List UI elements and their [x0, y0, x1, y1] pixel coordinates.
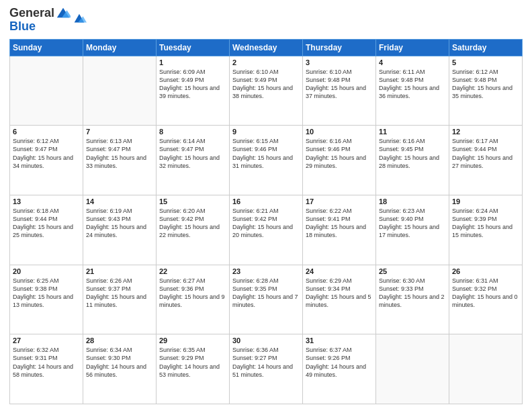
- day-number: 28: [86, 336, 153, 345]
- weekday-header-thursday: Thursday: [303, 39, 376, 56]
- day-number: 4: [379, 58, 446, 66]
- day-info: Sunrise: 6:20 AM Sunset: 9:42 PM Dayligh…: [159, 207, 226, 240]
- day-number: 2: [232, 58, 300, 66]
- week-row-3: 13Sunrise: 6:18 AM Sunset: 9:44 PM Dayli…: [10, 195, 523, 265]
- calendar-cell: 8Sunrise: 6:14 AM Sunset: 9:47 PM Daylig…: [157, 126, 230, 195]
- day-number: 27: [13, 336, 80, 345]
- day-info: Sunrise: 6:14 AM Sunset: 9:47 PM Dayligh…: [159, 137, 226, 170]
- calendar-table: SundayMondayTuesdayWednesdayThursdayFrid…: [9, 39, 523, 404]
- day-info: Sunrise: 6:15 AM Sunset: 9:46 PM Dayligh…: [232, 137, 300, 170]
- day-info: Sunrise: 6:17 AM Sunset: 9:44 PM Dayligh…: [452, 137, 519, 170]
- day-info: Sunrise: 6:16 AM Sunset: 9:45 PM Dayligh…: [379, 137, 446, 170]
- day-info: Sunrise: 6:32 AM Sunset: 9:31 PM Dayligh…: [13, 346, 80, 379]
- day-info: Sunrise: 6:10 AM Sunset: 9:48 PM Dayligh…: [306, 68, 373, 101]
- weekday-header-sunday: Sunday: [10, 39, 83, 56]
- day-info: Sunrise: 6:10 AM Sunset: 9:49 PM Dayligh…: [232, 68, 300, 101]
- calendar-cell: 13Sunrise: 6:18 AM Sunset: 9:44 PM Dayli…: [10, 195, 83, 265]
- day-number: 5: [452, 58, 519, 66]
- day-number: 14: [86, 197, 153, 205]
- calendar-cell: 23Sunrise: 6:28 AM Sunset: 9:35 PM Dayli…: [230, 265, 303, 334]
- calendar-cell: 10Sunrise: 6:16 AM Sunset: 9:46 PM Dayli…: [303, 126, 376, 195]
- calendar-cell: 18Sunrise: 6:23 AM Sunset: 9:40 PM Dayli…: [376, 195, 449, 265]
- day-info: Sunrise: 6:13 AM Sunset: 9:47 PM Dayligh…: [86, 137, 153, 170]
- weekday-header-monday: Monday: [83, 39, 157, 56]
- day-number: 17: [306, 197, 373, 205]
- calendar-cell: 12Sunrise: 6:17 AM Sunset: 9:44 PM Dayli…: [449, 126, 523, 195]
- day-info: Sunrise: 6:22 AM Sunset: 9:41 PM Dayligh…: [306, 207, 373, 240]
- calendar-cell: 1Sunrise: 6:09 AM Sunset: 9:49 PM Daylig…: [157, 56, 230, 126]
- calendar-cell: 5Sunrise: 6:12 AM Sunset: 9:48 PM Daylig…: [449, 56, 523, 126]
- day-info: Sunrise: 6:35 AM Sunset: 9:29 PM Dayligh…: [159, 346, 226, 379]
- day-info: Sunrise: 6:12 AM Sunset: 9:48 PM Dayligh…: [452, 68, 519, 101]
- calendar-cell: 4Sunrise: 6:11 AM Sunset: 9:48 PM Daylig…: [376, 56, 449, 126]
- calendar-cell: 6Sunrise: 6:12 AM Sunset: 9:47 PM Daylig…: [10, 126, 83, 195]
- calendar-cell: 7Sunrise: 6:13 AM Sunset: 9:47 PM Daylig…: [83, 126, 157, 195]
- day-number: 9: [232, 128, 300, 136]
- calendar-cell: 25Sunrise: 6:30 AM Sunset: 9:33 PM Dayli…: [376, 265, 449, 334]
- day-info: Sunrise: 6:27 AM Sunset: 9:36 PM Dayligh…: [159, 277, 226, 310]
- calendar-cell: 2Sunrise: 6:10 AM Sunset: 9:49 PM Daylig…: [230, 56, 303, 126]
- logo-blue-line: Blue: [9, 20, 71, 34]
- day-info: Sunrise: 6:31 AM Sunset: 9:32 PM Dayligh…: [452, 277, 519, 310]
- weekday-header-friday: Friday: [376, 39, 449, 56]
- day-info: Sunrise: 6:25 AM Sunset: 9:38 PM Dayligh…: [13, 277, 80, 310]
- day-info: Sunrise: 6:36 AM Sunset: 9:27 PM Dayligh…: [232, 346, 300, 379]
- calendar-cell: 15Sunrise: 6:20 AM Sunset: 9:42 PM Dayli…: [157, 195, 230, 265]
- calendar-cell: 16Sunrise: 6:21 AM Sunset: 9:42 PM Dayli…: [230, 195, 303, 265]
- day-number: 8: [159, 128, 226, 136]
- calendar-cell: 14Sunrise: 6:19 AM Sunset: 9:43 PM Dayli…: [83, 195, 157, 265]
- calendar-cell: 26Sunrise: 6:31 AM Sunset: 9:32 PM Dayli…: [449, 265, 523, 334]
- day-info: Sunrise: 6:21 AM Sunset: 9:42 PM Dayligh…: [232, 207, 300, 240]
- page: General Blue SundayMondayTuesdayWednesda…: [0, 0, 532, 411]
- day-info: Sunrise: 6:26 AM Sunset: 9:37 PM Dayligh…: [86, 277, 153, 310]
- day-info: Sunrise: 6:30 AM Sunset: 9:33 PM Dayligh…: [379, 277, 446, 310]
- calendar-cell: 29Sunrise: 6:35 AM Sunset: 9:29 PM Dayli…: [157, 334, 230, 404]
- header: General Blue: [9, 7, 523, 34]
- day-number: 3: [306, 58, 373, 66]
- day-number: 22: [159, 267, 226, 275]
- day-info: Sunrise: 6:34 AM Sunset: 9:30 PM Dayligh…: [86, 346, 153, 379]
- calendar-cell: 3Sunrise: 6:10 AM Sunset: 9:48 PM Daylig…: [303, 56, 376, 126]
- calendar-cell: [376, 334, 449, 404]
- day-number: 21: [86, 267, 153, 275]
- day-number: 1: [159, 58, 226, 66]
- calendar-cell: 21Sunrise: 6:26 AM Sunset: 9:37 PM Dayli…: [83, 265, 157, 334]
- calendar-cell: 28Sunrise: 6:34 AM Sunset: 9:30 PM Dayli…: [83, 334, 157, 404]
- week-row-5: 27Sunrise: 6:32 AM Sunset: 9:31 PM Dayli…: [10, 334, 523, 404]
- day-info: Sunrise: 6:29 AM Sunset: 9:34 PM Dayligh…: [306, 277, 373, 310]
- day-info: Sunrise: 6:28 AM Sunset: 9:35 PM Dayligh…: [232, 277, 300, 310]
- logo-general-text: General: [9, 6, 54, 19]
- weekday-header-tuesday: Tuesday: [157, 39, 230, 56]
- day-info: Sunrise: 6:12 AM Sunset: 9:47 PM Dayligh…: [13, 137, 80, 170]
- day-number: 30: [232, 336, 300, 345]
- calendar-cell: 20Sunrise: 6:25 AM Sunset: 9:38 PM Dayli…: [10, 265, 83, 334]
- calendar-cell: 24Sunrise: 6:29 AM Sunset: 9:34 PM Dayli…: [303, 265, 376, 334]
- day-number: 11: [379, 128, 446, 136]
- day-info: Sunrise: 6:16 AM Sunset: 9:46 PM Dayligh…: [306, 137, 373, 170]
- logo: General Blue: [9, 7, 87, 34]
- day-number: 29: [159, 336, 226, 345]
- calendar-cell: [449, 334, 523, 404]
- calendar-cell: 17Sunrise: 6:22 AM Sunset: 9:41 PM Dayli…: [303, 195, 376, 265]
- day-number: 26: [452, 267, 519, 275]
- calendar-cell: 31Sunrise: 6:37 AM Sunset: 9:26 PM Dayli…: [303, 334, 376, 404]
- week-row-2: 6Sunrise: 6:12 AM Sunset: 9:47 PM Daylig…: [10, 126, 523, 195]
- calendar-cell: 19Sunrise: 6:24 AM Sunset: 9:39 PM Dayli…: [449, 195, 523, 265]
- day-number: 12: [452, 128, 519, 136]
- day-info: Sunrise: 6:24 AM Sunset: 9:39 PM Dayligh…: [452, 207, 519, 240]
- week-row-4: 20Sunrise: 6:25 AM Sunset: 9:38 PM Dayli…: [10, 265, 523, 334]
- day-number: 7: [86, 128, 153, 136]
- day-info: Sunrise: 6:18 AM Sunset: 9:44 PM Dayligh…: [13, 207, 80, 240]
- day-info: Sunrise: 6:19 AM Sunset: 9:43 PM Dayligh…: [86, 207, 153, 240]
- weekday-header-saturday: Saturday: [449, 39, 523, 56]
- day-number: 20: [13, 267, 80, 275]
- day-number: 13: [13, 197, 80, 205]
- day-number: 25: [379, 267, 446, 275]
- day-number: 24: [306, 267, 373, 275]
- calendar-cell: 11Sunrise: 6:16 AM Sunset: 9:45 PM Dayli…: [376, 126, 449, 195]
- weekday-header-wednesday: Wednesday: [230, 39, 303, 56]
- day-number: 16: [232, 197, 300, 205]
- day-number: 18: [379, 197, 446, 205]
- day-number: 6: [13, 128, 80, 136]
- week-row-1: 1Sunrise: 6:09 AM Sunset: 9:49 PM Daylig…: [10, 56, 523, 126]
